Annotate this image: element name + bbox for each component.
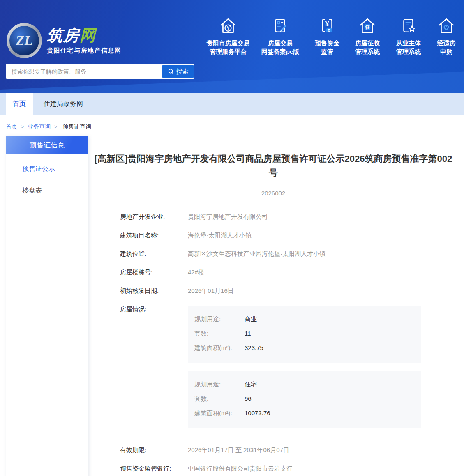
logo-emblem-text: ZL xyxy=(9,26,39,55)
housing-floor-area: 建筑面积(m²): 10073.76 xyxy=(194,409,415,417)
field-supervision-bank: 预售资金监管银行: 中国银行股份有限公司贵阳市云岩支行 xyxy=(120,465,458,473)
search-icon xyxy=(168,68,174,75)
doc-star-icon xyxy=(399,16,418,35)
sidebar-item-presale-publicity[interactable]: 预售证公示 xyxy=(6,165,88,173)
breadcrumb-current: 预售证查询 xyxy=(62,123,91,131)
sidebar: 预售证信息 预售证公示 楼盘表 xyxy=(6,136,88,476)
housing-planned-use: 规划用途: 住宅 xyxy=(194,381,415,389)
search-button[interactable]: 搜索 xyxy=(162,65,194,78)
main-content: [高新区]贵阳海宇房地产开发有限公司商品房屋预售许可证公示2026筑商房预售准字… xyxy=(88,136,458,476)
svg-text:¥: ¥ xyxy=(325,21,329,28)
housing-box-residential: 规划用途: 住宅 套数: 96 建筑面积(m²): 10073.76 xyxy=(188,371,421,428)
house-heart-icon xyxy=(437,16,456,35)
field-housing-situation: 房屋情况: 规划用途: 商业 套数: 11 建筑面积(m²): xyxy=(120,306,458,428)
field-issue-date: 初始核发日期: 2026年01月16日 xyxy=(120,287,458,295)
tab-gov-site[interactable]: 住建局政务网 xyxy=(41,93,85,115)
svg-text:¥: ¥ xyxy=(227,25,230,30)
housing-unit-count: 套数: 96 xyxy=(194,395,415,403)
nav-item-practitioners[interactable]: 从业主体 管理系统 xyxy=(388,16,429,56)
field-developer: 房地产开发企业: 贵阳海宇房地产开发有限公司 xyxy=(120,213,458,221)
page-title: [高新区]贵阳海宇房地产开发有限公司商品房屋预售许可证公示2026筑商房预售准字… xyxy=(94,152,452,180)
field-location: 建筑位置: 高新区沙文生态科技产业园海伦堡·太阳湖人才小镇 xyxy=(120,250,458,258)
top-tabbar: 首页 住建局政务网 xyxy=(0,93,464,115)
nav-item-expropriation[interactable]: 征 房屋征收 管理系统 xyxy=(347,16,388,56)
site-logo[interactable]: ZL 筑房网 贵阳住宅与房地产信息网 xyxy=(7,23,122,58)
header-nav: ¥ 贵阳市房屋交易 管理服务平台 房屋交易 xyxy=(203,16,464,56)
sidebar-item-building-table[interactable]: 楼盘表 xyxy=(6,186,88,195)
house-yuan-icon: ¥ xyxy=(219,16,238,35)
breadcrumb-separator: > xyxy=(54,124,57,130)
breadcrumb-separator: > xyxy=(21,124,24,130)
housing-floor-area: 建筑面积(m²): 323.75 xyxy=(194,344,415,352)
tab-home[interactable]: 首页 xyxy=(6,93,33,115)
site-subtitle: 贵阳住宅与房地产信息网 xyxy=(47,47,122,55)
doc-yuan-eye-icon: ¥ xyxy=(318,16,337,35)
site-title: 筑房网 xyxy=(47,27,122,44)
search-input[interactable] xyxy=(7,65,162,78)
nav-item-trade-platform[interactable]: ¥ 贵阳市房屋交易 管理服务平台 xyxy=(203,16,253,56)
field-project-name: 建筑项目名称: 海伦堡·太阳湖人才小镇 xyxy=(120,232,458,239)
housing-planned-use: 规划用途: 商业 xyxy=(194,315,415,323)
nav-item-online-sign[interactable]: 房屋交易 网签备案pc版 xyxy=(253,16,307,56)
breadcrumb-home[interactable]: 首页 xyxy=(6,123,17,131)
site-header: ZL 筑房网 贵阳住宅与房地产信息网 ¥ 贵阳市房屋交易 管理服务平台 xyxy=(0,0,464,93)
field-building-number: 房屋楼栋号: 42#楼 xyxy=(120,269,458,276)
sidebar-header-presale-info[interactable]: 预售证信息 xyxy=(6,136,88,154)
housing-box-commercial: 规划用途: 商业 套数: 11 建筑面积(m²): 323.75 xyxy=(188,306,421,363)
certificate-number: 2026002 xyxy=(88,190,458,197)
breadcrumb-business-query[interactable]: 业务查询 xyxy=(28,123,51,131)
logo-emblem-icon: ZL xyxy=(7,23,42,58)
field-validity-period: 有效期限: 2026年01月17日 至 2031年06月07日 xyxy=(120,446,458,454)
nav-item-presale-funds[interactable]: ¥ 预售资金 监管 xyxy=(307,16,347,56)
nav-item-affordable-housing[interactable]: 经适房 申购 xyxy=(429,16,464,56)
doc-pencil-icon xyxy=(271,16,290,35)
breadcrumb: 首页 > 业务查询 > 预售证查询 xyxy=(0,115,464,136)
housing-unit-count: 套数: 11 xyxy=(194,330,415,338)
search-bar: 搜索 xyxy=(6,64,194,79)
svg-text:征: 征 xyxy=(365,25,370,30)
house-zheng-icon: 征 xyxy=(358,16,377,35)
